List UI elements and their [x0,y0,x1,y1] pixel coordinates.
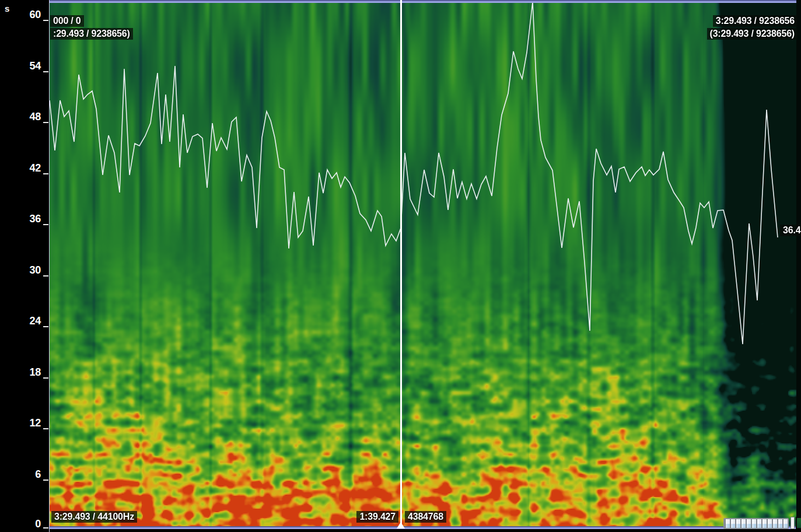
cursor-sample-label: 4384768 [405,511,446,523]
axis-tick-label: 42 [30,162,41,174]
axis-tick-label: 60 [30,9,41,21]
axis-tick-mark [43,173,48,174]
thumbwheel-ribs-icon [725,519,788,524]
loudness-curve [50,2,778,344]
thumbwheel-ribs-shade-icon [725,524,788,528]
spectrogram-pane[interactable]: 000 / 0 :29.493 / 9238656) 3:29.493 / 92… [50,0,801,529]
axis-tick-mark [43,428,48,429]
horizontal-zoom-thumbwheel[interactable] [723,518,789,529]
axis-tick-mark [43,122,48,123]
axis-tick-label: 54 [30,60,41,72]
curve-value-label: 36.4 [780,225,801,236]
selection-duration-label: :29.493 / 9238656) [50,28,133,40]
axis-tick-label: 30 [30,264,41,276]
cursor-time-label: 1:39.427 [356,511,398,523]
selection-info-left: 000 / 0 :29.493 / 9238656) [50,15,133,40]
playback-cursor[interactable] [400,0,402,528]
pane-resize-handle[interactable] [796,517,801,529]
axis-tick-mark [43,71,48,72]
total-samples-label: (3:29.493 / 9238656) [707,28,797,40]
axis-tick-mark [43,527,48,528]
axis-tick-label: 12 [30,417,41,429]
selection-start-label: 000 / 0 [50,15,84,27]
selection-info-right: 3:29.493 / 9238656 (3:29.493 / 9238656) [707,15,797,40]
axis-tick-label: 36 [30,213,41,225]
axis-unit-label: s [5,4,9,13]
axis-tick-mark [43,326,48,327]
axis-tick-label: 48 [30,111,41,123]
axis-tick-mark [43,275,48,276]
vertical-zoom-thumbwheel[interactable] [790,517,795,529]
playback-cursor-handle[interactable] [397,522,405,528]
axis-tick-mark [43,224,48,225]
axis-tick-label: 6 [35,468,41,481]
axis-tick-label: 24 [30,315,41,327]
axis-tick-label: 18 [30,366,41,379]
loudness-curve-svg [50,0,801,529]
axis-tick-mark [43,377,48,379]
axis-tick-mark [43,480,48,481]
file-duration-samplerate-label: 3:29.493 / 44100Hz [51,511,137,523]
pane-bottom-border [50,526,796,529]
app-window: s 60544842363024181260 000 / 0 :29.493 /… [0,0,801,532]
pane-top-border [50,0,796,3]
frequency-axis: s 60544842363024181260 [0,0,50,532]
total-duration-label: 3:29.493 / 9238656 [713,15,797,27]
axis-tick-label: 0 [35,518,41,530]
axis-tick-mark [43,20,48,21]
